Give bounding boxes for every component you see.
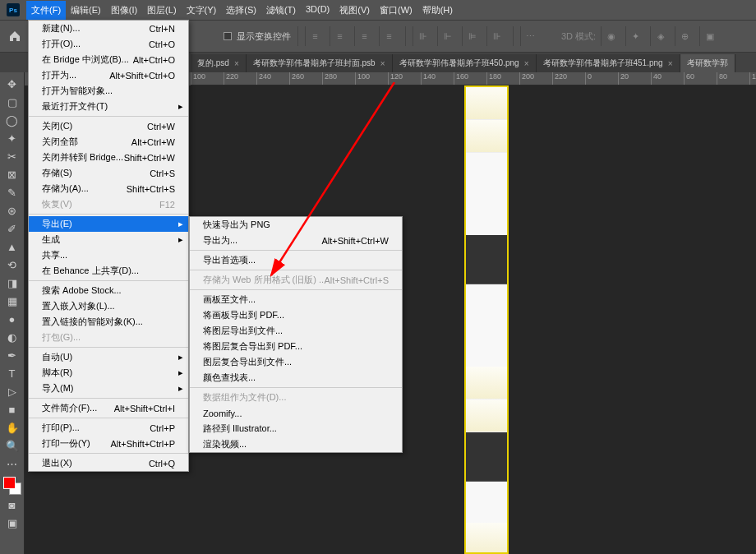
- color-swatch[interactable]: [3, 477, 21, 495]
- menu-item[interactable]: 打开为...Alt+Shift+Ctrl+O: [29, 67, 188, 83]
- menu-item[interactable]: 打印(P)...Ctrl+P: [29, 420, 188, 436]
- menu-item[interactable]: 存储(S)Ctrl+S: [29, 165, 188, 181]
- menu-item[interactable]: 关闭并转到 Bridge...Shift+Ctrl+W: [29, 150, 188, 165]
- distribute-icon[interactable]: ⊪: [486, 26, 506, 46]
- 3d-icon[interactable]: ✦: [625, 26, 645, 46]
- menu-item[interactable]: 颜色查找表...: [190, 370, 402, 385]
- menu-item[interactable]: 文件简介(F)...Alt+Shift+Ctrl+I: [29, 400, 188, 416]
- menu-item[interactable]: 将图层导出到文件...: [190, 323, 402, 339]
- tool-screenmode[interactable]: ▣: [2, 515, 22, 531]
- tool-shape[interactable]: ■: [2, 401, 22, 418]
- menu-item[interactable]: 渲染视频...: [190, 436, 402, 452]
- menu-item[interactable]: 关闭全部Alt+Ctrl+W: [29, 134, 188, 150]
- tool-gradient[interactable]: ▦: [2, 293, 22, 309]
- distribute-icon[interactable]: ⊫: [462, 26, 482, 46]
- menu-item[interactable]: 图层复合导出到文件...: [190, 354, 402, 370]
- menu-item[interactable]: 退出(X)Ctrl+Q: [29, 455, 188, 471]
- menu-item[interactable]: 打开为智能对象...: [29, 83, 188, 99]
- menu-item[interactable]: 存储为(A)...Shift+Ctrl+S: [29, 181, 188, 196]
- close-icon[interactable]: ×: [380, 59, 385, 68]
- menu-item[interactable]: 新建(N)...Ctrl+N: [29, 21, 188, 36]
- tool-move[interactable]: ✥: [2, 76, 22, 92]
- checkbox[interactable]: [224, 32, 232, 40]
- document-tab[interactable]: 考研数学郭伟暑期弟子班450.png×: [393, 54, 537, 72]
- menu-item[interactable]: 脚本(R)▸: [29, 365, 188, 381]
- menu-item[interactable]: 画板至文件...: [190, 292, 402, 307]
- tool-hand[interactable]: ✋: [2, 419, 22, 436]
- menu-10[interactable]: 帮助(H): [417, 1, 458, 20]
- 3d-icon[interactable]: ⊕: [675, 26, 694, 46]
- tool-crop[interactable]: ✂: [2, 148, 22, 164]
- menu-item[interactable]: 打开(O)...Ctrl+O: [29, 36, 188, 52]
- tool-healing[interactable]: ⊛: [2, 202, 22, 219]
- menu-item[interactable]: 导出为...Alt+Shift+Ctrl+W: [190, 233, 402, 248]
- menu-1[interactable]: 编辑(E): [66, 1, 106, 20]
- tool-dodge[interactable]: ◐: [2, 329, 22, 345]
- document-tab[interactable]: 复的.psd×: [191, 54, 247, 72]
- document[interactable]: [464, 85, 509, 554]
- menu-item[interactable]: 导出首选项...: [190, 252, 402, 268]
- tool-zoom[interactable]: 🔍: [2, 437, 22, 454]
- more-icon[interactable]: ⋯: [520, 26, 540, 46]
- tool-history[interactable]: ⟲: [2, 256, 22, 273]
- menu-3[interactable]: 图层(L): [142, 1, 181, 20]
- document-tab[interactable]: 考研数学郭伟暑期弟子班451.png×: [537, 54, 680, 72]
- menu-8[interactable]: 视图(V): [334, 1, 375, 20]
- tool-blur[interactable]: ●: [2, 311, 22, 327]
- menu-item[interactable]: 关闭(C)Ctrl+W: [29, 118, 188, 134]
- 3d-icon[interactable]: ◈: [650, 26, 670, 46]
- tool-quickmask[interactable]: ◙: [2, 496, 22, 513]
- menu-item[interactable]: 生成▸: [29, 232, 188, 247]
- menu-item[interactable]: 在 Behance 上共享(D)...: [29, 263, 188, 279]
- tool-frame[interactable]: ⊠: [2, 166, 22, 182]
- align-icon[interactable]: ≡: [379, 26, 399, 46]
- tool-path[interactable]: ▷: [2, 383, 22, 399]
- menu-item[interactable]: 置入嵌入对象(L)...: [29, 298, 188, 314]
- close-icon[interactable]: ×: [524, 59, 529, 68]
- menu-item[interactable]: Zoomify...: [190, 405, 402, 421]
- tool-pen[interactable]: ✒: [2, 347, 22, 363]
- menu-item: 数据组作为文件(D)...: [190, 390, 402, 405]
- menu-7[interactable]: 3D(D): [301, 1, 334, 20]
- document-tab[interactable]: 考研数学郭伟暑期弟子班封面.psb×: [247, 54, 393, 72]
- tool-type[interactable]: T: [2, 365, 22, 381]
- close-icon[interactable]: ×: [234, 59, 239, 68]
- menu-4[interactable]: 文字(Y): [182, 1, 222, 20]
- menu-item[interactable]: 导入(M)▸: [29, 381, 188, 396]
- tool-eraser[interactable]: ◨: [2, 275, 22, 291]
- align-icon[interactable]: ≡: [305, 26, 325, 46]
- distribute-icon[interactable]: ⊩: [437, 26, 457, 46]
- tool-eyedropper[interactable]: ✎: [2, 184, 22, 201]
- menu-5[interactable]: 选择(S): [221, 1, 261, 20]
- tool-wand[interactable]: ✦: [2, 130, 22, 146]
- menu-2[interactable]: 图像(I): [106, 1, 142, 20]
- menu-item[interactable]: 打印一份(Y)Alt+Shift+Ctrl+P: [29, 436, 188, 451]
- menu-item[interactable]: 将画板导出到 PDF...: [190, 307, 402, 323]
- 3d-icon[interactable]: ▣: [699, 26, 719, 46]
- menu-6[interactable]: 滤镜(T): [261, 1, 301, 20]
- 3d-icon[interactable]: ◉: [601, 26, 620, 46]
- align-icon[interactable]: ≡: [354, 26, 374, 46]
- tool-marquee[interactable]: ▢: [2, 94, 22, 110]
- menu-0[interactable]: 文件(F): [26, 1, 66, 20]
- menu-item[interactable]: 置入链接的智能对象(K)...: [29, 314, 188, 330]
- menu-item[interactable]: 路径到 Illustrator...: [190, 421, 402, 436]
- menu-item[interactable]: 快速导出为 PNG: [190, 217, 402, 233]
- tool-lasso[interactable]: ◯: [2, 112, 22, 128]
- close-icon[interactable]: ×: [668, 59, 673, 68]
- menu-item[interactable]: 搜索 Adobe Stock...: [29, 283, 188, 298]
- menu-item[interactable]: 共享...: [29, 247, 188, 263]
- menu-item[interactable]: 自动(U)▸: [29, 349, 188, 365]
- menu-9[interactable]: 窗口(W): [375, 1, 417, 20]
- tool-stamp[interactable]: ▲: [2, 238, 22, 255]
- align-icon[interactable]: ≡: [330, 26, 349, 46]
- menu-item[interactable]: 将图层复合导出到 PDF...: [190, 339, 402, 354]
- document-tab[interactable]: 考研数学郭: [680, 54, 735, 72]
- menu-item[interactable]: 导出(E)▸: [29, 216, 188, 232]
- tool-brush[interactable]: ✐: [2, 220, 22, 237]
- menu-item[interactable]: 最近打开文件(T)▸: [29, 99, 188, 114]
- distribute-icon[interactable]: ⊪: [413, 26, 432, 46]
- menu-item[interactable]: 在 Bridge 中浏览(B)...Alt+Ctrl+O: [29, 52, 188, 67]
- tool-more[interactable]: ⋯: [2, 455, 22, 472]
- home-icon[interactable]: [3, 25, 26, 48]
